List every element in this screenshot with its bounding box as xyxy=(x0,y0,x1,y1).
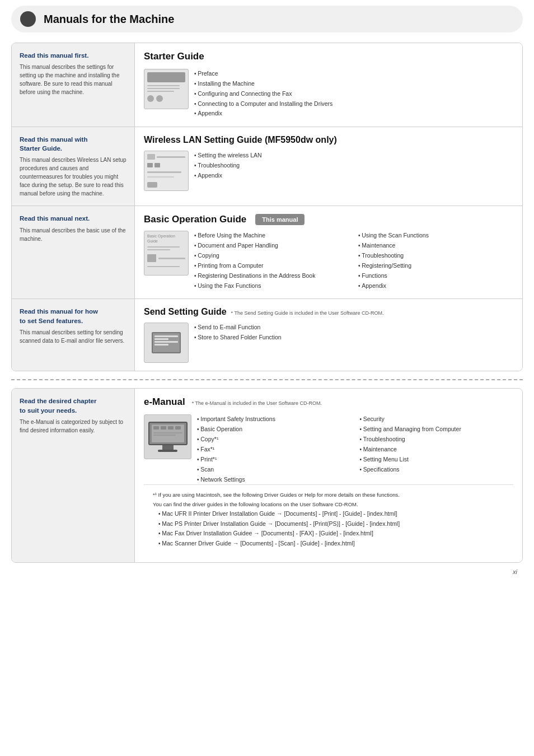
bullet-item: Send to E-mail Function xyxy=(194,323,513,333)
wireless-bullet-col1: Setting the wireless LAN Troubleshooting… xyxy=(194,151,513,181)
bullet-item: Appendix xyxy=(194,171,513,181)
bullet-item: Before Using the Machine xyxy=(194,231,349,241)
starter-bullet-col1: Preface Installing the Machine Configuri… xyxy=(194,69,513,119)
bullet-item: Configuring and Connecting the Fax xyxy=(194,89,513,99)
left-title-starter: Read this manual first. xyxy=(20,51,127,60)
emanual-bullet-list1: Important Safety Instructions Basic Oper… xyxy=(197,414,351,484)
page-title: Manuals for the Machine xyxy=(44,13,174,26)
bullet-item: Maintenance xyxy=(358,241,513,251)
bullet-item: Troubleshooting xyxy=(358,251,513,261)
computer-icon xyxy=(152,332,181,353)
page-number: xi xyxy=(11,568,523,575)
send-guide-title: Send Setting Guide xyxy=(144,307,227,317)
starter-guide-image xyxy=(144,69,189,109)
basic-bullet-col1: Before Using the Machine Document and Pa… xyxy=(194,231,349,291)
starter-bullets: Preface Installing the Machine Configuri… xyxy=(194,69,513,119)
footnote-fn1: *¹ If you are using Macintosh, see the f… xyxy=(153,491,504,500)
emanual-left-text: The e-Manual is categorized by subject t… xyxy=(20,418,127,435)
emanual-bullet-list2: Security Setting and Managing from Compu… xyxy=(360,414,514,474)
bullet-item: Setting and Managing from Computer xyxy=(360,424,514,435)
guide-content-send: Send to E-mail Function Store to Shared … xyxy=(144,323,513,363)
bullet-item: Scan xyxy=(197,465,351,475)
left-text-wireless: This manual describes Wireless LAN setup… xyxy=(20,156,127,198)
monitor-stand xyxy=(162,445,174,450)
basic-bullet-list2: Using the Scan Functions Maintenance Tro… xyxy=(358,231,513,291)
bullet-item: Registering Destinations in the Address … xyxy=(194,271,349,281)
starter-bullet-list: Preface Installing the Machine Configuri… xyxy=(194,69,513,119)
bullet-item: Basic Operation xyxy=(197,424,351,435)
left-panel-basic: Read this manual next. This manual descr… xyxy=(12,206,135,298)
wireless-bullets: Setting the wireless LAN Troubleshooting… xyxy=(194,151,513,181)
bullet-item: Setting Menu List xyxy=(360,455,514,465)
bullet-item: Print*¹ xyxy=(197,455,351,465)
emanual-title: e-Manual xyxy=(144,396,185,408)
left-title-basic: Read this manual next. xyxy=(20,214,127,223)
left-panel-send: Read this manual for howto set Send feat… xyxy=(12,299,135,371)
basic-bullets: Before Using the Machine Document and Pa… xyxy=(194,231,513,291)
bullet-item: Copying xyxy=(194,251,349,261)
right-panel-basic: Basic Operation Guide This manual Basic … xyxy=(135,206,522,298)
emanual-bullets: Important Safety Instructions Basic Oper… xyxy=(197,414,513,484)
bullet-item: Preface xyxy=(194,69,513,79)
emanual-bullet-col1: Important Safety Instructions Basic Oper… xyxy=(197,414,351,484)
left-text-basic: This manual describes the basic use of t… xyxy=(20,226,127,243)
bullet-item: Using the Fax Functions xyxy=(194,281,349,291)
footnote-item: Mac Fax Driver Installation Guidee → [Do… xyxy=(158,529,504,539)
bullet-item: Registering/Setting xyxy=(358,261,513,271)
bullet-item: Troubleshooting xyxy=(360,435,514,445)
footnote-item: Mac Scanner Driver Guide → [Documents] -… xyxy=(158,539,504,549)
basic-bullet-list1: Before Using the Machine Document and Pa… xyxy=(194,231,349,291)
emanual-note: * The e-Manual is included in the User S… xyxy=(192,400,322,406)
monitor-screen xyxy=(148,422,188,445)
basic-guide-image: Basic Operation Guide xyxy=(144,231,189,276)
bullet-item: Specifications xyxy=(360,465,514,475)
send-guide-image xyxy=(144,323,189,363)
this-manual-badge: This manual xyxy=(255,214,305,225)
guide-content-wireless: Setting the wireless LAN Troubleshooting… xyxy=(144,151,513,191)
right-panel-send: Send Setting Guide * The Send Setting Gu… xyxy=(135,299,522,371)
send-bullet-col1: Send to E-mail Function Store to Shared … xyxy=(194,323,513,343)
right-panel-wireless: Wireless LAN Setting Guide (MF5950dw onl… xyxy=(135,127,522,206)
guide-title-starter: Starter Guide xyxy=(144,51,513,62)
bullet-item: Important Safety Instructions xyxy=(197,414,351,424)
footnote-item: Mac UFR II Printer Driver Installation G… xyxy=(158,509,504,519)
bullet-item: Functions xyxy=(358,271,513,281)
bullet-item: Copy*¹ xyxy=(197,435,351,445)
basic-bullet-col2: Using the Scan Functions Maintenance Tro… xyxy=(358,231,513,291)
left-panel-wireless: Read this manual withStarter Guide. This… xyxy=(12,127,135,206)
row-basic: Read this manual next. This manual descr… xyxy=(12,206,522,299)
emanual-content: Important Safety Instructions Basic Oper… xyxy=(144,414,513,484)
footnote-item: Mac PS Printer Driver Installation Guide… xyxy=(158,519,504,529)
emanual-left-panel: Read the desired chapterto suit your nee… xyxy=(12,389,135,562)
send-bullet-list: Send to E-mail Function Store to Shared … xyxy=(194,323,513,343)
left-title-send: Read this manual for howto set Send feat… xyxy=(20,307,127,325)
bullet-item: Troubleshooting xyxy=(194,161,513,171)
guide-content-basic: Basic Operation Guide Before Using the M… xyxy=(144,231,513,291)
basic-title-row: Basic Operation Guide This manual xyxy=(144,214,513,225)
bullet-item: Appendix xyxy=(194,109,513,119)
wireless-bullet-list: Setting the wireless LAN Troubleshooting… xyxy=(194,151,513,181)
monitor-base xyxy=(158,450,177,452)
guide-content-starter: Preface Installing the Machine Configuri… xyxy=(144,69,513,119)
header-icon xyxy=(20,11,36,27)
bullet-item: Maintenance xyxy=(360,445,514,455)
bullet-item: Network Settings xyxy=(197,475,351,485)
bullet-item: Document and Paper Handling xyxy=(194,241,349,251)
row-starter: Read this manual first. This manual desc… xyxy=(12,43,522,127)
footnote-list: Mac UFR II Printer Driver Installation G… xyxy=(153,509,504,549)
emanual-grid: Read the desired chapterto suit your nee… xyxy=(11,388,523,563)
emanual-left-title: Read the desired chapterto suit your nee… xyxy=(20,396,127,414)
row-send: Read this manual for howto set Send feat… xyxy=(12,299,522,371)
bullet-item: Fax*¹ xyxy=(197,445,351,455)
send-guide-note: * The Send Setting Guide is included in … xyxy=(231,310,384,316)
row-emanual: Read the desired chapterto suit your nee… xyxy=(12,389,522,562)
guide-title-wireless: Wireless LAN Setting Guide (MF5950dw onl… xyxy=(144,135,513,145)
bullet-item: Using the Scan Functions xyxy=(358,231,513,241)
left-text-send: This manual describes setting for sendin… xyxy=(20,328,127,345)
left-text-starter: This manual describes the settings for s… xyxy=(20,63,127,96)
left-title-wireless: Read this manual withStarter Guide. xyxy=(20,135,127,153)
left-panel-starter: Read this manual first. This manual desc… xyxy=(12,43,135,127)
monitor-icon xyxy=(148,422,188,452)
guide-title-basic: Basic Operation Guide xyxy=(144,214,246,225)
dashed-separator xyxy=(11,379,523,380)
